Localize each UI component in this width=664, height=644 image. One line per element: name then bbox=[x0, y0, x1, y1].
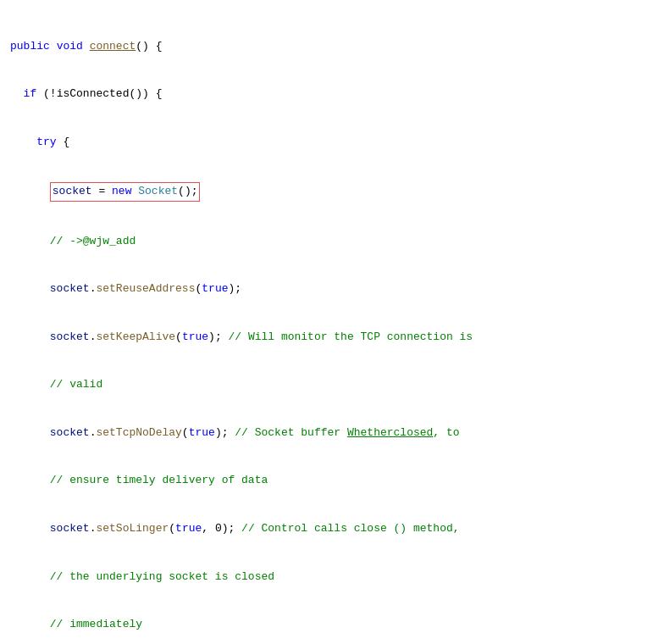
highlight-socket-new: socket = new Socket(); bbox=[50, 182, 201, 202]
line-6: socket.setReuseAddress(true); bbox=[10, 281, 654, 297]
line-10: // ensure timely delivery of data bbox=[10, 473, 654, 489]
line-13: // immediately bbox=[10, 617, 654, 633]
line-5: // ->@wjw_add bbox=[10, 234, 654, 250]
line-11: socket.setSoLinger(true, 0); // Control … bbox=[10, 521, 654, 537]
line-2: if (!isConnected()) { bbox=[10, 86, 654, 103]
line-12: // the underlying socket is closed bbox=[10, 569, 654, 586]
line-9: socket.setTcpNoDelay(true); // Socket bu… bbox=[10, 425, 654, 441]
code-editor: public void connect() { if (!isConnected… bbox=[0, 0, 664, 644]
line-7: socket.setKeepAlive(true); // Will monit… bbox=[10, 330, 654, 346]
line-3: try { bbox=[10, 135, 654, 151]
line-8: // valid bbox=[10, 377, 654, 393]
line-4: socket = new Socket(); bbox=[10, 182, 654, 202]
line-1: public void connect() { bbox=[10, 39, 654, 55]
